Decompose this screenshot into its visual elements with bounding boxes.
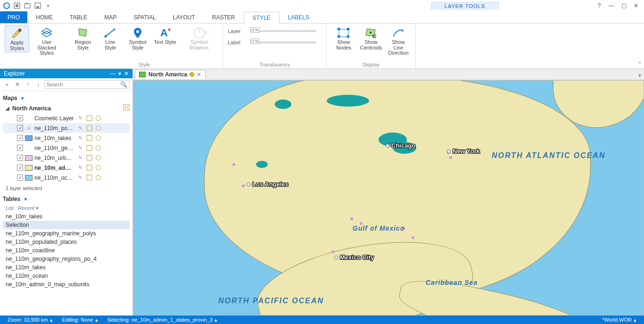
visibility-checkbox[interactable]: ✓ (17, 165, 23, 171)
region-style-button[interactable]: Region Style (71, 25, 95, 51)
edit-pencil-icon[interactable]: ✎ (77, 154, 84, 161)
visibility-checkbox[interactable]: ✓ (17, 115, 23, 121)
table-item[interactable]: Selection (3, 221, 130, 229)
symbol-rotation-button[interactable]: 0° Symbol Rotation (180, 25, 218, 51)
labels-toggle-icon[interactable] (86, 134, 93, 141)
theme-icon[interactable] (95, 134, 102, 141)
visibility-checkbox[interactable]: ✓ (17, 125, 23, 131)
table-item[interactable]: ne_110m_lakes (3, 263, 130, 272)
table-item[interactable]: ne_10m_admin_0_map_subunits (3, 280, 130, 289)
tab-table[interactable]: TABLE (61, 11, 96, 23)
theme-icon[interactable] (95, 115, 102, 122)
table-item[interactable]: ne_110m_coastline (3, 246, 130, 255)
map-options-icon[interactable] (123, 104, 130, 112)
use-stacked-styles-button[interactable]: Use Stacked Styles (32, 25, 61, 57)
show-centroids-button[interactable]: Show Centroids (359, 25, 383, 51)
edit-pencil-icon[interactable]: ✎ (77, 125, 84, 132)
tab-pro[interactable]: PRO (0, 11, 27, 23)
layer-row[interactable]: ✓ne_10m_lakes✎ (3, 133, 130, 143)
theme-icon[interactable] (95, 174, 102, 181)
map-canvas[interactable]: Chicago New York Los Angeles Mexico City… (133, 80, 644, 316)
panel-close-icon[interactable]: ✕ (124, 70, 129, 77)
maps-section-header[interactable]: Maps▼ (3, 93, 130, 103)
tab-home[interactable]: HOME (27, 11, 61, 23)
edit-pencil-icon[interactable]: ✎ (77, 115, 84, 122)
label-translucency-slider[interactable]: 0 % (250, 42, 316, 43)
minimize-button[interactable]: — (605, 1, 618, 10)
tab-labels[interactable]: LABELS (280, 11, 318, 23)
theme-icon[interactable] (95, 164, 102, 171)
ribbon-collapse-icon[interactable]: ⌃ (637, 61, 642, 67)
labels-toggle-icon[interactable] (86, 125, 93, 132)
svg-point-17 (370, 32, 372, 33)
map-node[interactable]: ◢ North America (3, 103, 130, 113)
remove-icon[interactable]: ✕ (13, 80, 22, 89)
labels-toggle-icon[interactable] (86, 154, 93, 161)
qat-dropdown-icon[interactable]: ▾ (43, 1, 53, 10)
labels-toggle-icon[interactable] (86, 144, 93, 151)
table-item[interactable]: ne_110m_populated_places (3, 238, 130, 246)
tab-menu-icon[interactable]: ▾ (638, 72, 641, 79)
ocean-label: NORTH ATLANTIC OCEAN (492, 151, 605, 160)
label-translucency-label: Label (228, 40, 247, 45)
layer-row[interactable]: ✓Cosmetic Layer✎ (3, 113, 130, 123)
theme-icon[interactable] (95, 125, 102, 132)
layer-row[interactable]: ✓ne_110m_geogra✎ (3, 143, 130, 153)
tables-filter[interactable]: List : Recent ▾ (3, 204, 130, 212)
labels-toggle-icon[interactable] (86, 115, 93, 122)
table-item[interactable]: ne_110m_geography_marine_polys (3, 229, 130, 238)
text-style-button[interactable]: A Text Style (153, 25, 177, 46)
visibility-checkbox[interactable]: ✓ (17, 135, 23, 141)
qat-new-icon[interactable] (12, 1, 22, 10)
table-item[interactable]: ne_10m_lakes (3, 212, 130, 221)
visibility-checkbox[interactable]: ✓ (17, 155, 23, 161)
move-up-icon[interactable]: ↑ (24, 80, 32, 89)
show-line-direction-button[interactable]: Show Line Direction (386, 25, 411, 57)
status-editing[interactable]: Editing: None▴ (58, 317, 103, 323)
show-nodes-button[interactable]: Show Nodes (331, 25, 356, 51)
labels-toggle-icon[interactable] (86, 164, 93, 171)
add-icon[interactable]: ＋ (3, 80, 11, 89)
tab-map[interactable]: MAP (96, 11, 125, 23)
help-button[interactable]: ? (593, 1, 605, 10)
apply-styles-button[interactable]: Apply Styles (5, 25, 29, 52)
tables-section-header[interactable]: Tables▼ (3, 194, 130, 204)
document-tab[interactable]: North America ✕ (135, 70, 206, 79)
tab-style[interactable]: STYLE (244, 12, 280, 24)
tab-layout[interactable]: LAYOUT (165, 11, 204, 23)
line-style-button[interactable]: Line Style (98, 25, 123, 51)
edit-pencil-icon[interactable]: ✎ (77, 174, 84, 181)
qat-save-icon[interactable] (33, 1, 42, 10)
visibility-checkbox[interactable]: ✓ (17, 145, 23, 151)
table-item[interactable]: ne_110m_ocean (3, 272, 130, 280)
layer-row[interactable]: ✓○ne_110m_popula✎ (3, 123, 130, 133)
edit-pencil-icon[interactable]: ✎ (77, 164, 84, 171)
move-down-icon[interactable]: ↓ (34, 80, 42, 89)
panel-options-icon[interactable]: ▾ (118, 70, 121, 77)
status-zoom[interactable]: Zoom: 10,900 km▴ (3, 317, 58, 323)
search-input[interactable] (47, 82, 120, 87)
edit-pencil-icon[interactable]: ✎ (77, 134, 84, 141)
maximize-button[interactable]: ▢ (618, 1, 630, 10)
tab-close-icon[interactable]: ✕ (197, 71, 201, 78)
panel-minimize-icon[interactable]: — (110, 70, 116, 77)
tab-spatial[interactable]: SPATIAL (125, 11, 165, 23)
search-icon[interactable]: 🔍 (120, 81, 127, 88)
theme-icon[interactable] (95, 144, 102, 151)
layer-row[interactable]: ✓ne_10m_admin_✎ (3, 163, 130, 173)
layer-translucency-slider[interactable]: 0 % (250, 30, 316, 32)
visibility-checkbox[interactable]: ✓ (17, 174, 23, 181)
table-item[interactable]: ne_110m_geography_regions_po_4 (3, 255, 130, 263)
theme-icon[interactable] (95, 154, 102, 161)
symbol-style-button[interactable]: Symbol Style (125, 25, 150, 51)
status-workspace[interactable]: *World.WOR▴ (597, 317, 641, 323)
qat-open-icon[interactable] (23, 1, 32, 10)
labels-toggle-icon[interactable] (86, 174, 93, 181)
close-button[interactable]: ✕ (630, 1, 642, 10)
edit-pencil-icon[interactable]: ✎ (77, 144, 84, 151)
layer-row[interactable]: ✓ne_110m_ocean✎ (3, 173, 130, 183)
layer-row[interactable]: ✓ne_10m_urban_a✎ (3, 153, 130, 163)
tab-raster[interactable]: RASTER (204, 11, 244, 23)
status-selecting[interactable]: Selecting: ne_10m_admin_1_states_provin_… (103, 317, 222, 323)
explorer-search[interactable]: 🔍 (44, 80, 130, 89)
